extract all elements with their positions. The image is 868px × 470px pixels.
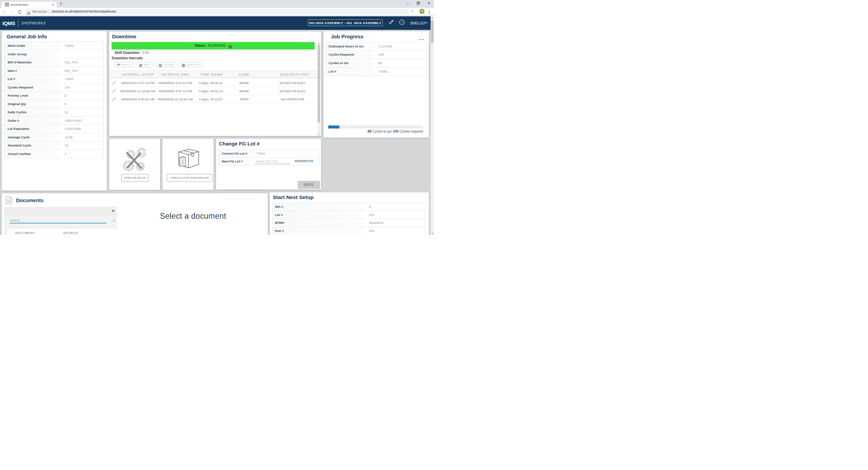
svg-text:?: ? — [401, 20, 403, 24]
